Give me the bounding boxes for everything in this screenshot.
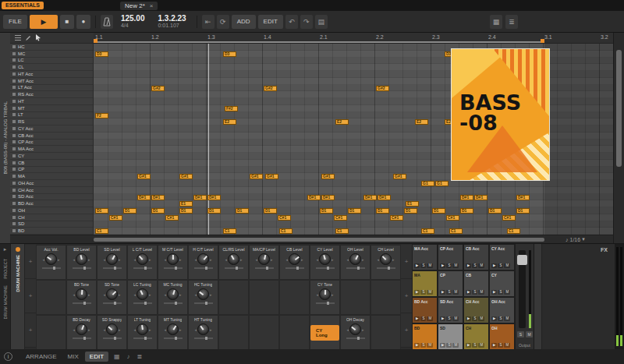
- midi-note-d1[interactable]: D1: [264, 208, 277, 214]
- increment-icon[interactable]: ▸: [362, 327, 364, 332]
- knob-bd-level[interactable]: [76, 253, 87, 265]
- midi-note-gs1[interactable]: G#1: [265, 174, 278, 179]
- view-tab-edit[interactable]: EDIT: [85, 352, 108, 362]
- pad-mute-button[interactable]: M: [504, 343, 510, 348]
- add-device-slot[interactable]: +: [25, 245, 36, 279]
- drum-pad-ma-acc[interactable]: MA Acc▶SM: [412, 244, 438, 270]
- midi-note-gs1[interactable]: G#1: [321, 174, 335, 179]
- track-row-sd-acc[interactable]: SD Acc: [10, 194, 93, 201]
- track-row-mt[interactable]: MT: [10, 105, 93, 112]
- increment-icon[interactable]: ▸: [179, 257, 182, 262]
- track-row-cp-acc[interactable]: CP Acc: [10, 140, 93, 147]
- drum-pad-sd[interactable]: SD▶SM: [438, 323, 463, 350]
- increment-icon[interactable]: ▸: [179, 327, 182, 332]
- pad-preview-button[interactable]: ▶: [466, 263, 471, 268]
- pad-solo-button[interactable]: S: [420, 316, 426, 321]
- device-power-button[interactable]: [16, 247, 20, 252]
- pointer-tool-button[interactable]: [34, 34, 41, 41]
- track-row-cy-acc[interactable]: CY Acc: [10, 125, 93, 133]
- pad-preview-button[interactable]: ▶: [414, 263, 420, 268]
- increment-icon[interactable]: ▸: [88, 327, 90, 332]
- midi-note-e2[interactable]: E2: [223, 119, 236, 125]
- decrement-icon[interactable]: ◂: [103, 327, 105, 332]
- midi-note-gs1[interactable]: G#1: [250, 174, 263, 179]
- drum-pad-bd-acc[interactable]: BD Acc▶SM: [412, 297, 438, 323]
- midi-note-gs2[interactable]: G#2: [376, 86, 389, 91]
- track-row-ht-acc[interactable]: HT Acc: [10, 71, 93, 78]
- pad-solo-button[interactable]: S: [446, 316, 452, 321]
- drum-pad-ch[interactable]: CH▶SM: [463, 323, 489, 350]
- drum-pad-cb-acc[interactable]: CB Acc▶SM: [463, 244, 489, 270]
- knob-sd-tone[interactable]: [106, 288, 118, 300]
- track-row-cb-acc[interactable]: CB Acc: [10, 133, 93, 140]
- pad-mute-button[interactable]: M: [427, 343, 433, 348]
- knob-hc-tuning[interactable]: [197, 288, 209, 300]
- decrement-icon[interactable]: ◂: [73, 292, 75, 297]
- midi-note-gs1[interactable]: G#1: [137, 174, 151, 179]
- snap-setting[interactable]: ♪ 1/16 ▾: [566, 236, 585, 242]
- track-row-cb[interactable]: CB: [10, 160, 93, 167]
- drum-pad-cy[interactable]: CY▶SM: [489, 270, 515, 297]
- midi-note-gs2[interactable]: G#2: [264, 86, 277, 91]
- increment-icon[interactable]: ▸: [88, 292, 90, 297]
- midi-note-ds1[interactable]: D#1: [378, 195, 391, 200]
- decrement-icon[interactable]: ◂: [103, 292, 105, 297]
- drum-pad-cb[interactable]: CB▶SM: [463, 270, 489, 297]
- vscroll-thumb[interactable]: [616, 50, 622, 167]
- position-display[interactable]: 1.3.2.23 0:01.107: [158, 14, 186, 29]
- pad-solo-button[interactable]: S: [420, 343, 426, 348]
- track-row-lt-acc[interactable]: LT Acc: [10, 85, 93, 92]
- pad-preview-button[interactable]: ▶: [440, 263, 445, 268]
- pad-solo-button[interactable]: S: [498, 290, 503, 295]
- pad-preview-button[interactable]: ▶: [491, 316, 497, 321]
- midi-note-d1[interactable]: D1: [123, 208, 136, 214]
- midi-note-c1[interactable]: C1: [223, 228, 236, 234]
- grid-view-icon[interactable]: ▦: [112, 353, 122, 360]
- mute-button[interactable]: M: [526, 331, 533, 337]
- clip-title-strip[interactable]: B08 (BASS-08) - ANALOG TRIBAL: [0, 33, 11, 243]
- track-row-cp[interactable]: CP: [10, 167, 93, 174]
- settings-button[interactable]: ≣: [505, 15, 518, 29]
- increment-icon[interactable]: ▸: [179, 292, 182, 297]
- add-device-slot[interactable]: +: [401, 279, 412, 313]
- decrement-icon[interactable]: ◂: [377, 257, 379, 262]
- track-row-ch-acc[interactable]: CH Acc: [10, 187, 93, 194]
- track-row-lt[interactable]: LT: [10, 112, 93, 119]
- track-row-cy[interactable]: CY: [10, 153, 93, 160]
- midi-note-e1[interactable]: E1: [406, 201, 419, 207]
- decrement-icon[interactable]: ◂: [346, 327, 349, 332]
- add-button[interactable]: ADD: [232, 15, 256, 29]
- decrement-icon[interactable]: ◂: [164, 257, 166, 262]
- increment-icon[interactable]: ▸: [119, 257, 121, 262]
- knob-macp-level[interactable]: [258, 253, 270, 265]
- pad-mute-button[interactable]: M: [427, 316, 433, 321]
- pad-preview-button[interactable]: ▶: [491, 290, 497, 295]
- midi-note-cs1[interactable]: C#1: [278, 215, 291, 221]
- track-row-rs-acc[interactable]: RS Acc: [10, 91, 93, 98]
- midi-note-d3[interactable]: D3: [95, 51, 108, 57]
- decrement-icon[interactable]: ◂: [316, 257, 318, 262]
- timeline-ruler[interactable]: 1.11.21.31.42.12.22.32.43.13.2: [94, 33, 613, 44]
- pad-solo-button[interactable]: S: [446, 343, 452, 348]
- drum-pad-oh-acc[interactable]: OH Acc▶SM: [489, 297, 515, 323]
- add-device-slot[interactable]: +: [401, 245, 412, 279]
- knob-h-ct-level[interactable]: [197, 253, 209, 265]
- increment-icon[interactable]: ▸: [58, 257, 60, 262]
- knob-lc-tuning[interactable]: [136, 288, 148, 300]
- close-icon[interactable]: ×: [150, 2, 154, 9]
- midi-note-d3[interactable]: D3: [223, 51, 236, 57]
- play-button[interactable]: ▶: [30, 15, 58, 29]
- copy-button[interactable]: ▤: [315, 15, 328, 29]
- pad-mute-button[interactable]: M: [452, 263, 459, 268]
- midi-note-g1[interactable]: G1: [435, 181, 448, 186]
- pad-preview-button[interactable]: ▶: [440, 316, 445, 321]
- track-row-bd[interactable]: BD: [10, 228, 93, 235]
- view-tab-arrange[interactable]: ARRANGE: [21, 352, 62, 362]
- midi-note-cs1[interactable]: C#1: [165, 215, 179, 221]
- midi-note-f2[interactable]: F2: [95, 113, 108, 118]
- track-row-ma-acc[interactable]: MA Acc: [10, 146, 93, 153]
- file-menu-button[interactable]: FILE: [3, 15, 27, 29]
- increment-icon[interactable]: ▸: [210, 327, 212, 332]
- knob-ch-level[interactable]: [380, 253, 392, 265]
- knob-oh-decay[interactable]: [349, 323, 361, 335]
